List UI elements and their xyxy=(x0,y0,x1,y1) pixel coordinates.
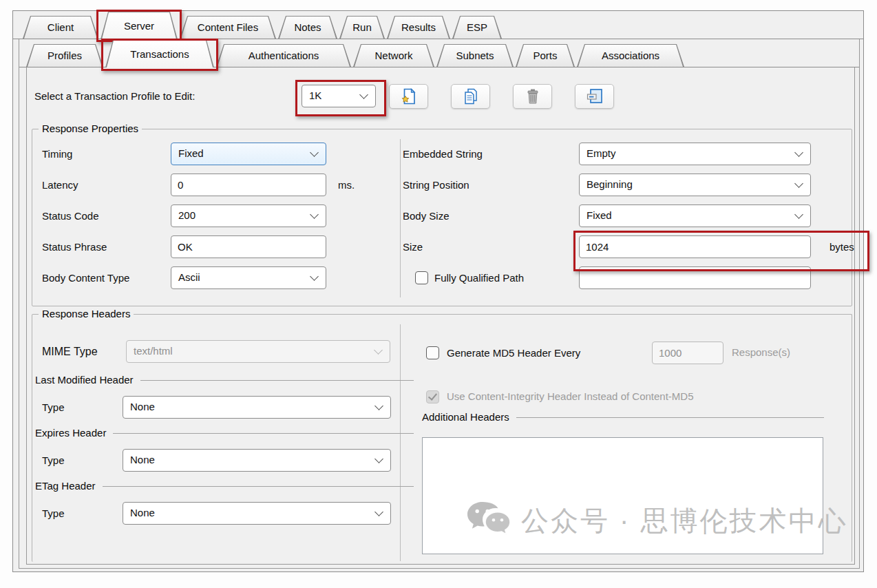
latency-input[interactable] xyxy=(171,174,326,196)
size-input[interactable] xyxy=(579,235,811,258)
embedded-string-dropdown[interactable]: Empty xyxy=(579,143,811,165)
fully-qualified-path-checkbox[interactable] xyxy=(415,271,428,284)
response-headers-title: Response Headers xyxy=(39,308,134,319)
tab-run[interactable]: Run xyxy=(339,16,385,39)
body-size-label: Body Size xyxy=(403,204,450,227)
latency-label: Latency xyxy=(42,174,78,196)
chevron-down-icon xyxy=(374,507,383,516)
app-window: Client Server Content Files Notes Run Re… xyxy=(0,0,877,588)
response-properties-title: Response Properties xyxy=(39,123,142,134)
chevron-down-icon xyxy=(310,210,319,219)
chevron-down-icon xyxy=(794,210,803,219)
copy-documents-icon xyxy=(462,87,480,105)
expires-type-label: Type xyxy=(42,449,65,472)
tab-server[interactable]: Server xyxy=(101,12,178,39)
size-unit-label: bytes xyxy=(830,235,854,258)
chevron-down-icon xyxy=(374,454,383,463)
rename-field-icon xyxy=(586,87,604,105)
string-position-dropdown[interactable]: Beginning xyxy=(579,174,811,196)
profile-select-label: Select a Transaction Profile to Edit: xyxy=(34,85,195,107)
last-modified-type-dropdown[interactable]: None xyxy=(123,396,391,419)
chevron-down-icon xyxy=(310,272,319,281)
configuration-panel: Client Server Content Files Notes Run Re… xyxy=(12,10,864,572)
tab-associations[interactable]: Associations xyxy=(577,44,684,67)
latency-unit-label: ms. xyxy=(338,174,355,196)
column-divider xyxy=(400,324,401,561)
tab-esp[interactable]: ESP xyxy=(452,16,502,39)
embedded-string-label: Embedded String xyxy=(403,143,483,165)
size-label: Size xyxy=(403,235,423,258)
content-integrity-label: Use Content-Integrity Header Instead of … xyxy=(447,387,694,406)
main-tab-bar: Client Server Content Files Notes Run Re… xyxy=(13,11,863,39)
additional-headers-textarea[interactable] xyxy=(422,437,823,554)
last-modified-type-label: Type xyxy=(42,396,65,419)
fully-qualified-path-label: Fully Qualified Path xyxy=(434,266,524,289)
section-rule xyxy=(103,486,414,487)
chevron-down-icon xyxy=(374,346,383,355)
server-tab-panel: Profiles Transactions Authentications Ne… xyxy=(19,39,860,569)
profile-select-dropdown[interactable]: 1K xyxy=(302,85,376,107)
tab-profiles[interactable]: Profiles xyxy=(26,44,103,67)
timing-dropdown[interactable]: Fixed xyxy=(171,143,326,165)
content-integrity-checkbox xyxy=(426,390,439,403)
tab-authentications[interactable]: Authentications xyxy=(216,44,351,67)
section-rule xyxy=(113,433,414,434)
chevron-down-icon xyxy=(794,148,803,157)
tab-network[interactable]: Network xyxy=(353,44,434,67)
tab-results[interactable]: Results xyxy=(387,16,450,39)
md5-interval-input xyxy=(652,342,723,364)
tab-ports[interactable]: Ports xyxy=(516,44,575,67)
body-size-dropdown[interactable]: Fixed xyxy=(579,204,811,227)
status-phrase-label: Status Phrase xyxy=(42,235,107,258)
body-content-type-label: Body Content Type xyxy=(42,266,129,289)
md5-suffix-label: Response(s) xyxy=(732,343,790,362)
last-modified-header-section: Last Modified Header xyxy=(35,374,414,386)
tab-transactions[interactable]: Transactions xyxy=(105,40,214,67)
mime-type-dropdown: text/html xyxy=(126,340,390,363)
etag-type-label: Type xyxy=(42,502,65,525)
server-sub-tab-bar: Profiles Transactions Authentications Ne… xyxy=(19,39,859,67)
status-code-dropdown[interactable]: 200 xyxy=(171,204,326,227)
section-rule xyxy=(516,417,824,418)
status-phrase-input[interactable] xyxy=(171,235,326,258)
expires-type-dropdown[interactable]: None xyxy=(123,449,391,472)
new-document-star-icon xyxy=(400,87,418,105)
etag-type-dropdown[interactable]: None xyxy=(123,502,391,525)
fully-qualified-path-input[interactable] xyxy=(579,266,811,289)
tab-notes[interactable]: Notes xyxy=(278,16,337,39)
generate-md5-checkbox[interactable] xyxy=(426,346,439,359)
chevron-down-icon xyxy=(359,90,368,99)
transactions-tab-panel: Select a Transaction Profile to Edit: 1K xyxy=(26,67,855,565)
chevron-down-icon xyxy=(374,401,383,410)
section-rule xyxy=(140,380,414,381)
mime-type-label: MIME Type xyxy=(42,340,98,363)
response-headers-group: Response Headers MIME Type text/html Las… xyxy=(32,314,852,562)
expires-header-section: Expires Header xyxy=(35,427,414,439)
rename-profile-button[interactable] xyxy=(575,84,614,109)
status-code-label: Status Code xyxy=(42,204,99,227)
generate-md5-label: Generate MD5 Header Every xyxy=(447,342,580,364)
delete-profile-button[interactable] xyxy=(513,84,552,109)
response-properties-group: Response Properties Timing Fixed Latency… xyxy=(32,129,852,306)
chevron-down-icon xyxy=(310,148,319,157)
etag-header-section: ETag Header xyxy=(35,480,414,492)
tab-client[interactable]: Client xyxy=(23,16,98,39)
trash-icon xyxy=(524,87,542,105)
tab-subnets[interactable]: Subnets xyxy=(436,44,514,67)
chevron-down-icon xyxy=(794,179,803,188)
tab-content-files[interactable]: Content Files xyxy=(180,16,276,39)
new-profile-button[interactable] xyxy=(389,84,428,109)
string-position-label: String Position xyxy=(403,174,469,196)
additional-headers-section: Additional Headers xyxy=(422,411,824,423)
copy-profile-button[interactable] xyxy=(451,84,490,109)
body-content-type-dropdown[interactable]: Ascii xyxy=(171,266,326,289)
column-divider xyxy=(400,139,401,297)
timing-label: Timing xyxy=(42,143,72,165)
